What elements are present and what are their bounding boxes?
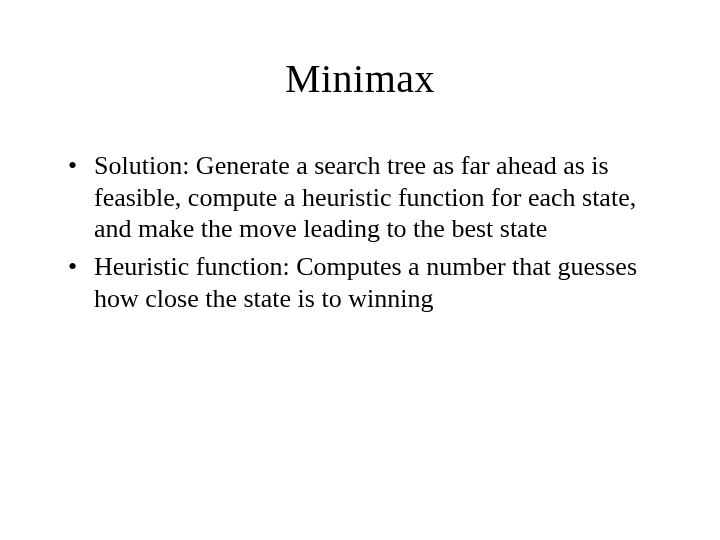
bullet-text: Solution: Generate a search tree as far …	[94, 151, 636, 243]
slide-body: Solution: Generate a search tree as far …	[60, 150, 660, 315]
slide-title: Minimax	[60, 55, 660, 102]
slide: Minimax Solution: Generate a search tree…	[0, 0, 720, 540]
list-item: Solution: Generate a search tree as far …	[60, 150, 660, 245]
list-item: Heuristic function: Computes a number th…	[60, 251, 660, 314]
bullet-list: Solution: Generate a search tree as far …	[60, 150, 660, 315]
bullet-text: Heuristic function: Computes a number th…	[94, 252, 637, 313]
